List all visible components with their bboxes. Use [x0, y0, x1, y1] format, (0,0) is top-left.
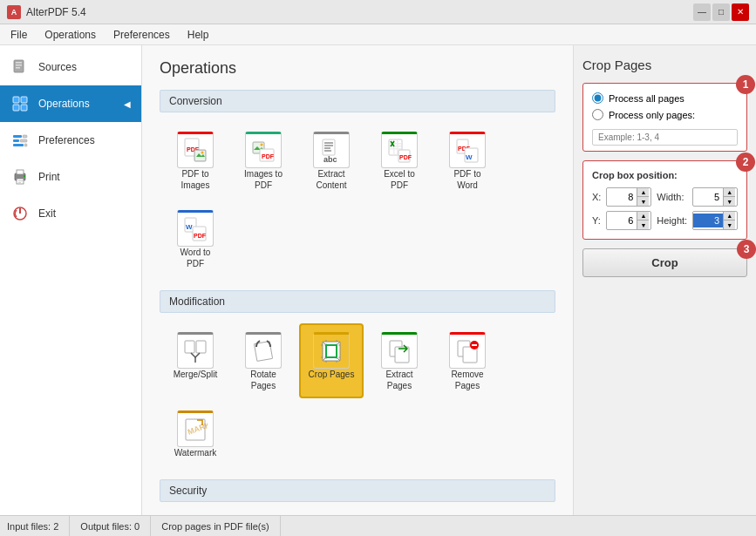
svg-point-25 [201, 152, 204, 154]
maximize-button[interactable]: □ [712, 3, 730, 21]
watermark-label: Watermark [174, 447, 217, 458]
menu-operations[interactable]: Operations [37, 27, 103, 43]
preferences-icon [10, 131, 30, 150]
extract-content-label: ExtractContent [316, 168, 346, 191]
op-watermark[interactable]: MARK Watermark [163, 402, 228, 465]
op-crop-pages[interactable]: Crop Pages [299, 323, 364, 398]
main-layout: Sources Operations ◀ [0, 45, 756, 515]
menu-file[interactable]: File [3, 27, 34, 43]
op-pdf-to-images[interactable]: PDF PDF toImages [163, 123, 228, 198]
op-word-to-pdf[interactable]: W PDF Word toPDF [163, 201, 228, 276]
op-excel-to-pdf[interactable]: PDF Excel toPDF [367, 123, 432, 198]
radio-only-input[interactable] [592, 109, 603, 120]
operations-icon [10, 94, 30, 113]
menu-help[interactable]: Help [180, 27, 216, 43]
svg-rect-31 [324, 142, 333, 144]
excel-to-pdf-label: Excel toPDF [384, 168, 415, 191]
sidebar: Sources Operations ◀ [0, 45, 142, 515]
images-to-pdf-label: Images toPDF [244, 168, 283, 191]
op-extract-pages[interactable]: ExtractPages [367, 323, 432, 398]
op-remove-pages[interactable]: RemovePages [435, 323, 500, 398]
content-area: Operations Conversion PDF PDF toImages [142, 45, 573, 515]
radio-all-pages[interactable]: Process all pages [592, 92, 738, 104]
merge-split-label: Merge/Split [174, 369, 218, 380]
security-grid: Encrypt Decrypt [160, 512, 555, 515]
watermark-icon: MARK [177, 410, 214, 447]
merge-split-icon [177, 332, 214, 369]
svg-rect-5 [21, 97, 27, 103]
op-sign[interactable]: Sign [367, 512, 432, 515]
section-number-2: 2 [736, 153, 755, 172]
svg-rect-10 [13, 144, 24, 146]
window-controls: — □ ✕ [693, 3, 749, 21]
right-panel: Crop Pages 1 Process all pages Process o… [573, 45, 756, 515]
svg-text:PDF: PDF [194, 233, 207, 239]
op-rotate-pages[interactable]: RotatePages [231, 323, 296, 398]
word-to-pdf-label: Word toPDF [180, 247, 211, 269]
svg-rect-6 [13, 105, 19, 111]
crop-button[interactable]: Crop [582, 248, 747, 277]
svg-rect-3 [16, 67, 20, 69]
svg-rect-11 [23, 135, 27, 138]
y-spin-up[interactable]: ▲ [637, 212, 649, 221]
radio-all-input[interactable] [592, 92, 603, 104]
y-input-wrap: ▲ ▼ [606, 211, 651, 230]
width-spinner: ▲ ▼ [723, 188, 735, 206]
y-label: Y: [592, 215, 601, 226]
status-info: Crop pages in PDF file(s) [151, 516, 281, 536]
op-pdf-to-word[interactable]: PDF W PDF toWord [435, 123, 500, 198]
rotate-pages-icon [245, 332, 282, 369]
sidebar-item-sources[interactable]: Sources [0, 49, 141, 85]
radio-only-pages[interactable]: Process only pages: [592, 109, 738, 120]
content-title: Operations [160, 59, 555, 78]
sidebar-item-preferences[interactable]: Preferences [0, 122, 141, 159]
modification-grid: Merge/Split RotatePages [160, 323, 555, 465]
radio-group: Process all pages Process only pages: [592, 92, 738, 146]
section-security: Security [160, 479, 555, 502]
op-encrypt[interactable]: Encrypt [163, 512, 228, 515]
x-spin-up[interactable]: ▲ [637, 188, 649, 197]
height-spin-up[interactable]: ▲ [723, 212, 735, 221]
op-images-to-pdf[interactable]: PDF Images toPDF [231, 123, 296, 198]
close-button[interactable]: ✕ [732, 3, 749, 21]
sidebar-item-operations[interactable]: Operations ◀ [0, 85, 141, 122]
sidebar-item-exit[interactable]: Exit [0, 195, 141, 232]
menu-bar: File Operations Preferences Help [0, 24, 756, 45]
op-protect[interactable]: Protect [435, 512, 500, 515]
height-spin-down[interactable]: ▼ [723, 221, 735, 229]
crop-grid: X: ▲ ▼ Width: ▲ ▼ [592, 187, 738, 230]
page-selection-section: 1 Process all pages Process only pages: [582, 83, 747, 152]
width-spin-down[interactable]: ▼ [723, 197, 735, 206]
op-change-metadata[interactable]: i ChangeMetadata [299, 512, 364, 515]
svg-rect-41 [397, 140, 398, 155]
minimize-button[interactable]: — [693, 3, 711, 21]
y-input[interactable] [607, 214, 637, 227]
extract-pages-label: ExtractPages [385, 369, 412, 391]
exit-icon [10, 204, 30, 223]
menu-preferences[interactable]: Preferences [106, 27, 177, 43]
svg-rect-53 [196, 341, 206, 353]
height-spinner: ▲ ▼ [723, 212, 735, 229]
panel-title: Crop Pages [582, 58, 747, 72]
op-merge-split[interactable]: Merge/Split [163, 323, 228, 398]
width-input[interactable] [693, 190, 723, 204]
x-spin-down[interactable]: ▼ [637, 197, 649, 206]
width-label: Width: [657, 192, 687, 202]
pages-input[interactable] [592, 129, 738, 146]
op-extract-content[interactable]: abc ExtractContent [299, 123, 364, 198]
extract-content-icon: abc [313, 132, 350, 168]
op-decrypt[interactable]: Decrypt [231, 512, 296, 515]
sidebar-item-print[interactable]: Print [0, 159, 141, 195]
svg-text:W: W [186, 223, 193, 231]
remove-pages-icon [449, 332, 486, 369]
x-input[interactable] [607, 190, 637, 204]
status-output: Output files: 0 [70, 516, 151, 536]
pdf-to-word-label: PDF toWord [453, 168, 480, 191]
svg-rect-15 [17, 170, 24, 174]
height-input[interactable] [693, 214, 723, 227]
y-spin-down[interactable]: ▼ [637, 221, 649, 229]
section-modification: Modification [160, 290, 555, 313]
width-spin-up[interactable]: ▲ [723, 188, 735, 197]
excel-to-pdf-icon: PDF [381, 132, 418, 168]
rotate-pages-label: RotatePages [250, 369, 276, 391]
